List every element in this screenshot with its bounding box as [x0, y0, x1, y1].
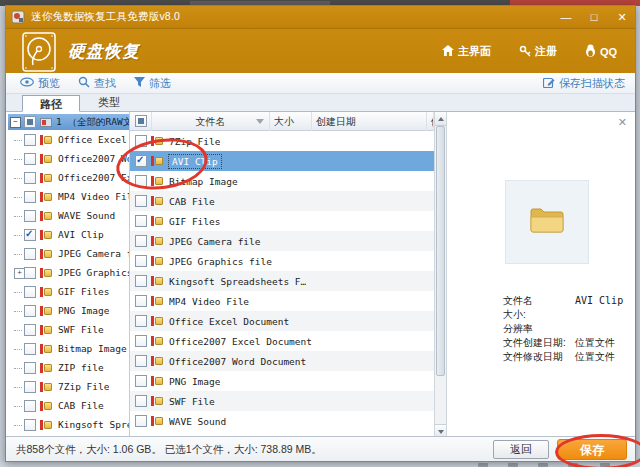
scrollbar-thumb[interactable] — [436, 126, 445, 376]
tree-item[interactable]: JPEG Camera file — [8, 244, 129, 263]
table-row[interactable]: Kingsoft Spreadsheets F… — [130, 271, 434, 291]
table-row[interactable]: WAVE Sound — [130, 411, 434, 431]
tree-item-checkbox[interactable] — [24, 381, 36, 393]
tree-item-checkbox[interactable] — [24, 419, 36, 431]
folder-icon — [150, 315, 165, 327]
select-all-cell[interactable] — [130, 112, 152, 131]
close-icon[interactable]: ✕ — [618, 116, 627, 129]
tree-item-checkbox[interactable] — [24, 267, 36, 279]
table-row[interactable]: JPEG Graphics file — [130, 251, 434, 271]
tree-item[interactable]: PNG Image — [8, 301, 129, 320]
column-header-modified[interactable]: 修改日 — [427, 112, 434, 131]
nav-register[interactable]: 注册 — [519, 44, 557, 59]
row-checkbox[interactable] — [135, 155, 147, 167]
preview-button[interactable]: 预览 — [20, 76, 60, 91]
tree-item-checkbox[interactable] — [24, 362, 36, 374]
table-row[interactable]: PNG Image — [130, 371, 434, 391]
collapse-icon[interactable]: − — [10, 117, 21, 128]
table-row[interactable]: Office Excel Document — [130, 311, 434, 331]
tree-item-label: CAB File — [58, 400, 104, 411]
tree-item[interactable]: GIF Files — [8, 282, 129, 301]
tree-item-checkbox[interactable] — [24, 248, 36, 260]
row-checkbox[interactable] — [135, 175, 147, 187]
tree-item-checkbox[interactable] — [24, 191, 36, 203]
tree-item-checkbox[interactable] — [24, 229, 36, 241]
tree-item[interactable]: AVI Clip — [8, 225, 129, 244]
tree-item-checkbox[interactable] — [24, 343, 36, 355]
table-row[interactable]: Office2007 Word Document — [130, 351, 434, 371]
column-header-size[interactable]: 大小 — [270, 112, 312, 131]
tree-root-checkbox[interactable] — [24, 116, 36, 128]
row-checkbox[interactable] — [135, 315, 147, 327]
minimize-button[interactable]: — — [559, 6, 573, 28]
tree-item-checkbox[interactable] — [24, 400, 36, 412]
nav-main-screen[interactable]: 主界面 — [442, 44, 491, 59]
tree-item[interactable]: SWF File — [8, 320, 129, 339]
table-row[interactable]: 7Zip File — [130, 131, 434, 151]
tree-item[interactable]: Office2007 Exce… — [8, 168, 129, 187]
table-row[interactable]: SWF File — [130, 391, 434, 411]
tree-item-checkbox[interactable] — [24, 134, 36, 146]
taskbar-icon — [508, 463, 518, 467]
tree-item-label: Bitmap Image — [58, 343, 127, 354]
row-checkbox[interactable] — [135, 275, 147, 287]
tree-item[interactable]: MP4 Video File — [8, 187, 129, 206]
nav-label: 注册 — [535, 44, 557, 59]
tab-type[interactable]: 类型 — [80, 94, 138, 111]
tree-item[interactable]: JPEG Graphics f… — [8, 263, 129, 282]
tab-path[interactable]: 路径 — [22, 95, 80, 112]
row-checkbox[interactable] — [135, 255, 147, 267]
row-checkbox[interactable] — [135, 335, 147, 347]
select-all-checkbox[interactable] — [135, 115, 147, 127]
vertical-scrollbar[interactable] — [434, 112, 447, 438]
save-button[interactable]: 保存 — [557, 439, 627, 460]
maximize-button[interactable]: □ — [587, 6, 601, 28]
preview-fields: 文件名 AVI Clip 大小: 分辨率 文件创建日期: 位置文件 文件修改日期… — [503, 294, 631, 364]
tree-root-node[interactable]: − 1 （全部的RAW文件） — [8, 114, 129, 130]
row-checkbox[interactable] — [135, 415, 147, 427]
tree-item-checkbox[interactable] — [24, 153, 36, 165]
row-checkbox[interactable] — [135, 375, 147, 387]
row-checkbox[interactable] — [135, 295, 147, 307]
file-name: Office Excel Document — [169, 316, 289, 327]
row-checkbox[interactable] — [135, 235, 147, 247]
table-row[interactable]: Office2007 Excel Document — [130, 331, 434, 351]
tree-item[interactable]: Office2007 Word… — [8, 149, 129, 168]
filter-dropdown-icon[interactable] — [256, 119, 264, 124]
table-row[interactable]: AVI Clip — [130, 151, 434, 171]
table-row[interactable]: JPEG Camera file — [130, 231, 434, 251]
row-checkbox[interactable] — [135, 195, 147, 207]
nav-qq[interactable]: QQ — [585, 44, 617, 59]
close-button[interactable]: ✕ — [615, 6, 629, 28]
column-header-created[interactable]: 创建日期 — [312, 112, 427, 131]
tree-item[interactable]: 7Zip File — [8, 377, 129, 396]
row-checkbox[interactable] — [135, 355, 147, 367]
row-checkbox[interactable] — [135, 215, 147, 227]
back-button[interactable]: 返回 — [493, 440, 549, 459]
tree-item-checkbox[interactable] — [24, 210, 36, 222]
tree-item[interactable]: CAB File — [8, 396, 129, 415]
tree-item[interactable]: Office Excel Do… — [8, 130, 129, 149]
filter-button[interactable]: 筛选 — [134, 76, 171, 91]
tree-item[interactable]: Kingsoft Spread… — [8, 415, 129, 434]
column-header-filename[interactable]: 文件名 — [152, 112, 270, 131]
save-scan-state-button[interactable]: 保存扫描状态 — [543, 73, 625, 94]
table-row[interactable]: CAB File — [130, 191, 434, 211]
preview-field-row: 大小: — [503, 308, 631, 322]
tree-item[interactable]: WAVE Sound — [8, 206, 129, 225]
find-button[interactable]: 查找 — [78, 76, 116, 91]
tree-item-label: GIF Files — [58, 286, 109, 297]
tree-item-checkbox[interactable] — [24, 324, 36, 336]
folder-icon — [150, 275, 165, 287]
table-row[interactable]: GIF Files — [130, 211, 434, 231]
row-checkbox[interactable] — [135, 135, 147, 147]
table-row[interactable]: MP4 Video File — [130, 291, 434, 311]
table-row[interactable]: Bitmap Image — [130, 171, 434, 191]
scroll-up-button[interactable] — [435, 112, 446, 126]
tree-item[interactable]: ZIP file — [8, 358, 129, 377]
tree-item-checkbox[interactable] — [24, 286, 36, 298]
row-checkbox[interactable] — [135, 395, 147, 407]
tree-item-checkbox[interactable] — [24, 305, 36, 317]
tree-item-checkbox[interactable] — [24, 172, 36, 184]
tree-item[interactable]: Bitmap Image — [8, 339, 129, 358]
